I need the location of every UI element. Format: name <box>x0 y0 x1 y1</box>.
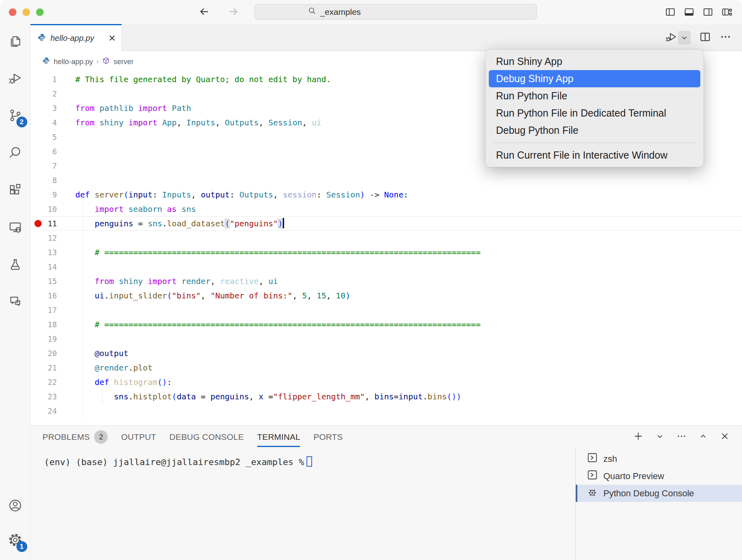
menu-item-run-shiny-app[interactable]: Run Shiny App <box>489 53 700 70</box>
code-line[interactable]: 15 from shiny import render, reactive, u… <box>30 274 742 288</box>
line-number[interactable]: 17 <box>30 303 57 317</box>
menu-item-debug-python-file[interactable]: Debug Python File <box>489 122 700 139</box>
breadcrumb-symbol[interactable]: server <box>113 58 133 66</box>
back-arrow-icon[interactable] <box>198 6 210 19</box>
line-number[interactable]: 1 <box>30 72 57 87</box>
terminal-dropdown-chevron-icon[interactable] <box>655 431 665 443</box>
line-number[interactable]: 24 <box>30 404 57 418</box>
tab-close-icon[interactable]: ✕ <box>109 34 116 43</box>
sidebar-item-run-debug[interactable] <box>6 69 25 89</box>
code-line-content[interactable]: def histogram(): <box>75 375 172 389</box>
code-line-content[interactable]: @output <box>75 346 128 361</box>
line-number[interactable]: 10 <box>30 202 57 216</box>
code-line-content[interactable]: # ======================================… <box>75 317 480 332</box>
editor-gutter[interactable]: 7 <box>30 159 75 173</box>
line-number[interactable]: 5 <box>30 130 57 144</box>
close-window-button[interactable] <box>9 8 16 16</box>
panel-more-actions-icon[interactable] <box>676 431 687 443</box>
editor-gutter[interactable]: 18 <box>30 317 75 332</box>
code-line[interactable]: 10 import seaborn as sns <box>30 202 742 216</box>
code-line-content[interactable]: from pathlib import Path <box>75 101 191 115</box>
code-line-content[interactable]: # This file generated by Quarto; do not … <box>75 72 331 87</box>
editor-gutter[interactable]: 4 <box>30 115 75 130</box>
editor-gutter[interactable]: 11 <box>30 216 75 231</box>
code-line-content[interactable]: from shiny import render, reactive, ui <box>75 274 278 288</box>
forward-arrow-icon[interactable] <box>227 6 239 19</box>
zoom-window-button[interactable] <box>36 8 44 16</box>
panel-tab-problems[interactable]: PROBLEMS2 <box>42 426 108 448</box>
minimize-window-button[interactable] <box>22 8 30 16</box>
line-number[interactable]: 8 <box>30 173 57 187</box>
toggle-primary-sidebar-icon[interactable] <box>665 6 676 19</box>
line-number[interactable]: 2 <box>30 87 57 101</box>
code-line-content[interactable]: sns.histplot(data = penguins, x ="flippe… <box>75 389 461 404</box>
code-line[interactable]: 18 # ===================================… <box>30 317 742 332</box>
editor-gutter[interactable]: 5 <box>30 130 75 144</box>
editor-gutter[interactable]: 16 <box>30 288 75 303</box>
tab-hello-app-py[interactable]: hello-app.py ✕ <box>30 24 122 51</box>
line-number[interactable]: 20 <box>30 346 57 361</box>
editor-gutter[interactable]: 21 <box>30 361 75 375</box>
code-line-content[interactable]: def server(input: Inputs, output: Output… <box>75 187 408 202</box>
editor-gutter[interactable]: 9 <box>30 187 75 202</box>
customize-layout-icon[interactable] <box>721 6 732 19</box>
code-line[interactable]: 12 <box>30 231 742 245</box>
line-number[interactable]: 22 <box>30 375 57 389</box>
close-panel-icon[interactable] <box>720 431 730 443</box>
settings-button[interactable]: 1 <box>6 531 25 550</box>
code-line-content[interactable]: # ======================================… <box>75 245 480 260</box>
editor-gutter[interactable]: 23 <box>30 389 75 404</box>
line-number[interactable]: 14 <box>30 260 57 274</box>
line-number[interactable]: 15 <box>30 274 57 288</box>
new-terminal-icon[interactable] <box>633 431 643 443</box>
code-line[interactable]: 8 <box>30 173 742 187</box>
editor-gutter[interactable]: 3 <box>30 101 75 115</box>
code-line-content[interactable]: ui.input_slider("bins", "Number of bins:… <box>75 288 350 303</box>
menu-item-run-python-file[interactable]: Run Python File <box>489 87 700 105</box>
editor-gutter[interactable]: 14 <box>30 260 75 274</box>
line-number[interactable]: 21 <box>30 361 57 375</box>
breadcrumb-file[interactable]: hello-app.py <box>54 58 93 66</box>
accounts-button[interactable] <box>6 497 25 516</box>
code-line[interactable]: 20 @output <box>30 346 742 361</box>
line-number[interactable]: 4 <box>30 115 57 130</box>
line-number[interactable]: 9 <box>30 187 57 202</box>
sidebar-item-chat[interactable] <box>6 293 25 312</box>
line-number[interactable]: 18 <box>30 317 57 332</box>
terminal-list-item-zsh[interactable]: zsh <box>576 450 742 467</box>
toggle-panel-icon[interactable] <box>684 6 695 19</box>
command-center-search[interactable]: _examples <box>254 4 537 20</box>
code-line[interactable]: 19 <box>30 332 742 346</box>
line-number[interactable]: 3 <box>30 101 57 115</box>
sidebar-item-source-control[interactable]: 2 <box>6 107 25 126</box>
editor-gutter[interactable]: 2 <box>30 87 75 101</box>
line-number[interactable]: 7 <box>30 159 57 173</box>
editor-gutter[interactable]: 22 <box>30 375 75 389</box>
editor-gutter[interactable]: 1 <box>30 72 75 87</box>
code-line[interactable]: 22 def histogram(): <box>30 375 742 389</box>
editor-gutter[interactable]: 24 <box>30 404 75 418</box>
line-number[interactable]: 16 <box>30 288 57 303</box>
code-line-content[interactable]: @render.plot <box>75 361 153 375</box>
code-line[interactable]: 24 <box>30 404 742 418</box>
code-line-content[interactable]: penguins = sns.load_dataset("penguins") <box>75 216 284 231</box>
code-line-content[interactable]: from shiny import App, Inputs, Outputs, … <box>75 115 321 130</box>
sidebar-item-search[interactable] <box>6 144 25 163</box>
editor-gutter[interactable]: 8 <box>30 173 75 187</box>
code-line-content[interactable]: import seaborn as sns <box>75 202 196 216</box>
code-line[interactable]: 21 @render.plot <box>30 361 742 375</box>
editor-gutter[interactable]: 17 <box>30 303 75 317</box>
sidebar-item-remote-explorer[interactable] <box>6 218 25 238</box>
code-line[interactable]: 13 # ===================================… <box>30 245 742 260</box>
code-line[interactable]: 9def server(input: Inputs, output: Outpu… <box>30 187 742 202</box>
sidebar-item-extensions[interactable] <box>6 181 25 200</box>
more-actions-icon[interactable] <box>720 31 732 44</box>
line-number[interactable]: 11 <box>30 216 57 231</box>
maximize-panel-icon[interactable] <box>698 431 708 443</box>
split-editor-icon[interactable] <box>699 31 711 44</box>
terminal-list-item-python-debug-console[interactable]: Python Debug Console <box>576 485 742 502</box>
code-line[interactable]: 11 penguins = sns.load_dataset("penguins… <box>30 216 742 231</box>
toggle-secondary-sidebar-icon[interactable] <box>702 6 714 19</box>
panel-tab-output[interactable]: OUTPUT <box>121 426 156 448</box>
panel-tab-terminal[interactable]: TERMINAL <box>257 426 300 448</box>
